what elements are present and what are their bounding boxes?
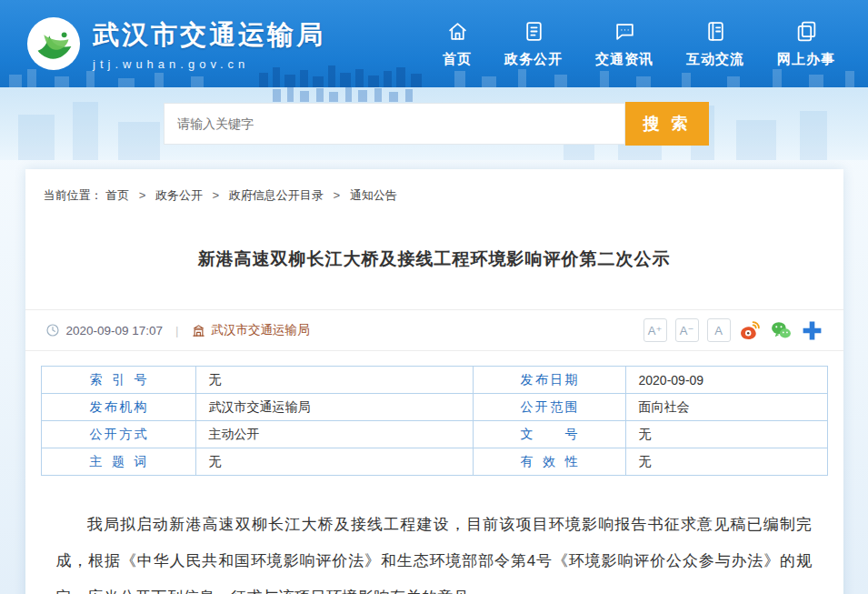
nav-item-gov-info[interactable]: 政务公开	[504, 20, 563, 68]
article-source: 武汉市交通运输局	[212, 322, 310, 338]
site-logo-icon	[25, 15, 82, 72]
article-body: 我局拟启动新港高速双柳长江大桥及接线工程建设，目前该项目环境影响报告书征求意见稿…	[25, 507, 843, 594]
chat-icon	[614, 30, 636, 45]
files-icon	[795, 30, 818, 45]
nav-label: 政务公开	[504, 51, 563, 68]
nav-item-home[interactable]: 首页	[443, 20, 472, 68]
nav-item-online-services[interactable]: 网上办事	[777, 20, 835, 68]
table-row: 发布机构 武汉市交通运输局 公开范围 面向社会	[41, 394, 827, 421]
home-icon	[446, 30, 469, 45]
nav-label: 网上办事	[777, 51, 835, 68]
table-row: 主题词 无 有效性 无	[41, 448, 827, 476]
info-label: 公开方式	[41, 421, 195, 448]
search-input[interactable]	[164, 103, 625, 145]
search-button[interactable]: 搜 索	[625, 102, 709, 146]
table-row: 索引号 无 发布日期 2020-09-09	[41, 367, 827, 394]
article-tools: A⁺ A⁻ A	[644, 318, 823, 342]
site-logo-area[interactable]: 武汉市交通运输局 jtj.wuhan.gov.cn	[25, 15, 325, 72]
info-label: 文号	[473, 421, 625, 448]
breadcrumb: 当前位置： 首页 > 政务公开 > 政府信息公开目录 > 通知公告	[25, 169, 843, 204]
info-label: 索引号	[41, 367, 195, 394]
breadcrumb-separator: >	[139, 188, 146, 202]
info-label: 公开范围	[473, 394, 625, 421]
page-title: 新港高速双柳长江大桥及接线工程环境影响评价第二次公示	[25, 247, 843, 271]
info-table: 索引号 无 发布日期 2020-09-09 发布机构 武汉市交通运输局 公开范围…	[41, 366, 828, 476]
site-name: 武汉市交通运输局	[93, 17, 325, 54]
nav-label: 互动交流	[686, 51, 744, 68]
breadcrumb-item-catalog[interactable]: 政府信息公开目录	[229, 188, 324, 202]
meta-divider: |	[175, 324, 179, 337]
breadcrumb-item-gov-info[interactable]: 政务公开	[155, 188, 203, 202]
book-icon	[704, 30, 727, 45]
site-url: jtj.wuhan.gov.cn	[93, 57, 325, 71]
content-card: 当前位置： 首页 > 政务公开 > 政府信息公开目录 > 通知公告 新港高速双柳…	[25, 169, 843, 594]
publish-datetime: 2020-09-09 17:07	[66, 324, 164, 337]
table-row: 公开方式 主动公开 文号 无	[41, 421, 827, 448]
site-header: 武汉市交通运输局 jtj.wuhan.gov.cn 首页 政务公开	[0, 0, 868, 87]
clock-icon	[45, 323, 60, 337]
font-decrease-button[interactable]: A⁻	[675, 318, 699, 342]
document-icon	[523, 30, 545, 45]
breadcrumb-item-home[interactable]: 首页	[105, 188, 129, 202]
breadcrumb-separator: >	[333, 188, 340, 202]
info-label: 发布机构	[41, 394, 195, 421]
nav-item-interaction[interactable]: 互动交流	[686, 20, 744, 68]
info-value: 武汉市交通运输局	[195, 394, 473, 421]
article-paragraph: 我局拟启动新港高速双柳长江大桥及接线工程建设，目前该项目环境影响报告书征求意见稿…	[56, 507, 813, 594]
breadcrumb-item-notices[interactable]: 通知公告	[350, 188, 397, 202]
article-meta-row: 2020-09-09 17:07 | 武汉市交通运输局 A⁺ A⁻ A	[25, 309, 843, 351]
info-value: 面向社会	[625, 394, 827, 421]
nav-label: 首页	[443, 51, 472, 68]
info-value: 无	[625, 421, 827, 448]
font-increase-button[interactable]: A⁺	[644, 318, 667, 342]
info-label: 有效性	[473, 448, 625, 476]
weibo-icon[interactable]	[739, 319, 762, 342]
wechat-icon[interactable]	[770, 319, 793, 342]
info-label: 发布日期	[473, 367, 625, 394]
building-icon	[192, 323, 205, 337]
main-nav: 首页 政务公开 交通资讯	[443, 20, 843, 68]
breadcrumb-prefix: 当前位置：	[44, 188, 103, 202]
info-value: 无	[625, 448, 827, 476]
info-value: 无	[195, 367, 473, 394]
site-identity: 武汉市交通运输局 jtj.wuhan.gov.cn	[93, 17, 325, 71]
info-label: 主题词	[41, 448, 195, 476]
nav-item-traffic-news[interactable]: 交通资讯	[595, 20, 653, 68]
info-value: 无	[195, 448, 473, 476]
share-plus-icon[interactable]	[801, 319, 823, 342]
breadcrumb-separator: >	[213, 188, 220, 202]
font-reset-button[interactable]: A	[707, 318, 731, 342]
info-value: 主动公开	[195, 421, 473, 448]
info-value: 2020-09-09	[625, 367, 827, 394]
nav-label: 交通资讯	[595, 51, 653, 68]
search-band: 搜 索	[0, 87, 868, 160]
